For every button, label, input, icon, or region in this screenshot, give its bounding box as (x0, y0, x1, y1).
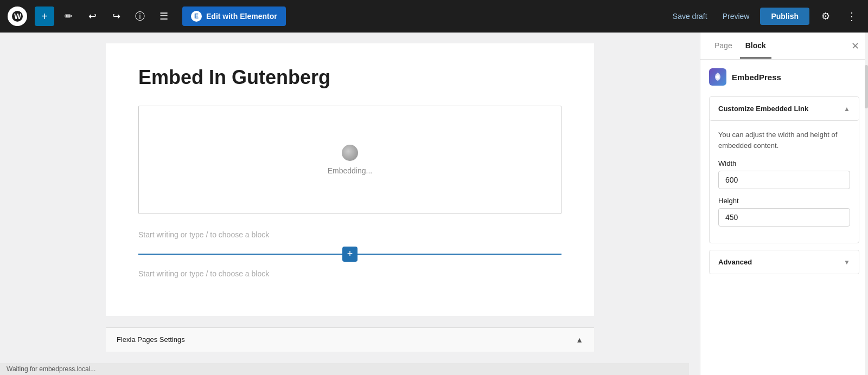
sidebar-scrollbar-track (865, 33, 868, 375)
plus-icon: + (41, 10, 48, 23)
save-draft-button[interactable]: Save draft (668, 9, 712, 24)
height-field: Height (718, 197, 850, 234)
embedpress-name: EmbedPress (732, 73, 781, 82)
customize-section-body: You can adjust the width and height of e… (710, 121, 859, 243)
block-add-button[interactable]: + (342, 247, 358, 262)
settings-button[interactable]: ⚙ (816, 7, 835, 26)
right-sidebar: Page Block ✕ EmbedPress Customiz (700, 33, 868, 375)
list-icon: ☰ (159, 10, 168, 22)
wordpress-logo[interactable]: W (7, 5, 28, 27)
embedpress-logo (709, 68, 726, 86)
elementor-icon: E (191, 11, 202, 22)
editor-area: Embed In Gutenberg Embedding... Start wr… (0, 33, 700, 375)
flexia-settings-panel[interactable]: Flexia Pages Settings ▲ (106, 327, 594, 352)
chevron-up-icon: ▲ (576, 335, 583, 344)
width-input[interactable] (718, 171, 850, 189)
list-view-button[interactable]: ☰ (154, 7, 174, 26)
status-bar: Waiting for embedpress.local... (0, 363, 689, 375)
svg-text:W: W (14, 12, 22, 21)
embed-block[interactable]: Embedding... (138, 106, 561, 214)
publish-button[interactable]: Publish (760, 8, 809, 25)
main-layout: Embed In Gutenberg Embedding... Start wr… (0, 33, 868, 375)
height-input[interactable] (718, 208, 850, 227)
customize-description: You can adjust the width and height of e… (718, 130, 850, 151)
undo-icon: ↩ (88, 10, 97, 22)
preview-button[interactable]: Preview (718, 9, 754, 24)
close-icon: ✕ (851, 41, 859, 51)
edit-with-elementor-button[interactable]: E Edit with Elementor (182, 7, 286, 26)
redo-button[interactable]: ↪ (106, 7, 126, 26)
advanced-section-panel: Advanced ▼ (709, 250, 859, 274)
customize-section-panel: Customize Embedded Link ▲ You can adjust… (709, 96, 859, 243)
page-title: Embed In Gutenberg (138, 65, 561, 90)
toolbar: W + ✏ ↩ ↪ ⓘ ☰ E Edit with Elementor Save… (0, 0, 868, 33)
sidebar-header: Page Block ✕ (700, 33, 868, 60)
edit-button[interactable]: ✏ (59, 7, 78, 26)
block-separator: + (138, 247, 561, 262)
info-icon: ⓘ (135, 10, 145, 23)
pencil-icon: ✏ (65, 10, 73, 22)
svg-point-2 (716, 75, 719, 79)
chevron-up-icon: ▲ (844, 105, 850, 113)
sidebar-content: EmbedPress Customize Embedded Link ▲ You… (700, 60, 868, 375)
advanced-section-title: Advanced (718, 258, 752, 266)
wp-logo-circle: W (8, 7, 27, 26)
info-button[interactable]: ⓘ (130, 7, 150, 26)
more-options-button[interactable]: ⋮ (842, 7, 861, 26)
undo-button[interactable]: ↩ (82, 7, 102, 26)
tab-page[interactable]: Page (709, 34, 738, 59)
embed-loading-text: Embedding... (328, 166, 373, 175)
bottom-panels: Flexia Pages Settings ▲ (106, 327, 594, 352)
editor-canvas: Embed In Gutenberg Embedding... Start wr… (106, 43, 594, 316)
chevron-down-icon: ▼ (844, 258, 850, 266)
loading-spinner (342, 145, 358, 161)
add-block-button[interactable]: + (35, 7, 54, 26)
width-label: Width (718, 159, 850, 167)
embedpress-branding: EmbedPress (709, 68, 859, 86)
width-field: Width (718, 159, 850, 197)
sidebar-scrollbar-thumb (865, 65, 868, 108)
separator-line-right (358, 254, 561, 255)
separator-line-left (138, 254, 342, 255)
flexia-settings-label: Flexia Pages Settings (117, 335, 185, 344)
block-placeholder-2[interactable]: Start writing or type / to choose a bloc… (138, 264, 561, 283)
advanced-section-header[interactable]: Advanced ▼ (710, 250, 859, 274)
customize-section-header[interactable]: Customize Embedded Link ▲ (710, 97, 859, 121)
block-placeholder-1[interactable]: Start writing or type / to choose a bloc… (138, 225, 561, 244)
toolbar-right: Save draft Preview Publish ⚙ ⋮ (668, 7, 861, 26)
gear-icon: ⚙ (821, 10, 830, 22)
status-text: Waiting for embedpress.local... (7, 365, 95, 373)
height-label: Height (718, 197, 850, 205)
ellipsis-icon: ⋮ (846, 10, 857, 23)
customize-section-title: Customize Embedded Link (718, 105, 808, 113)
close-sidebar-button[interactable]: ✕ (851, 40, 859, 52)
tab-block[interactable]: Block (740, 34, 771, 59)
redo-icon: ↪ (112, 10, 120, 22)
